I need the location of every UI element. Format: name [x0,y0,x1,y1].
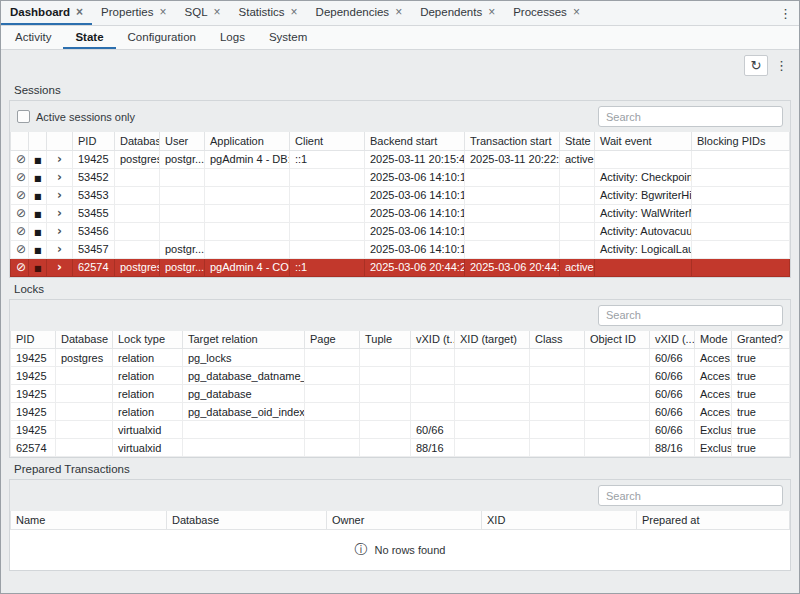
column-header: Wait event [595,132,692,150]
cancel-icon[interactable]: ⊘ [16,153,26,165]
cancel-icon[interactable]: ⊘ [16,207,26,219]
column-header: vXID (... [650,331,695,349]
cancel-icon[interactable]: ⊘ [16,189,26,201]
stop-icon[interactable]: ■ [34,157,42,165]
close-icon[interactable]: × [291,6,298,18]
table-cell: postgr... [160,240,205,258]
active-sessions-checkbox[interactable] [17,110,30,123]
close-icon[interactable]: × [76,6,83,18]
stop-icon[interactable]: ■ [34,211,42,219]
tab-dashboard[interactable]: Dashboard× [1,1,92,25]
table-row[interactable]: ⊘■›534532025-03-06 14:10:11 ..Activity: … [11,186,790,204]
table-row[interactable]: 19425relationpg_database60/66Acces...tru… [11,385,790,403]
prepared-search-input[interactable] [598,485,783,506]
table-cell: 2025-03-06 20:44:25 .. [465,258,560,276]
sessions-section: Sessions Active sessions only PIDDatabas… [9,84,791,278]
tab-label: Statistics [239,6,285,18]
column-header: Prepared at [637,511,790,529]
subtab-configuration[interactable]: Configuration [116,26,208,49]
tabbar-menu-button[interactable]: ⋮ [772,1,799,25]
table-row[interactable]: 19425postgresrelationpg_locks60/66Acces.… [11,349,790,367]
table-cell [115,204,160,222]
table-row[interactable]: 19425virtualxid60/6660/66Exclusi...true [11,421,790,439]
cancel-icon[interactable]: ⊘ [16,243,26,255]
chevron-right-icon[interactable]: › [57,261,62,273]
table-cell [290,168,365,186]
column-header: Class [530,331,585,349]
table-cell: 2025-03-06 14:10:11 .. [365,240,465,258]
close-icon[interactable]: × [395,6,402,18]
locks-search-input[interactable] [598,305,783,326]
subtab-logs[interactable]: Logs [208,26,257,49]
table-cell: virtualxid [113,421,183,439]
panel-menu-button[interactable]: ⋮ [772,58,791,73]
subtab-system[interactable]: System [257,26,319,49]
close-icon[interactable]: × [214,6,221,18]
chevron-right-icon[interactable]: › [57,171,62,183]
table-row[interactable]: ⊘■›19425postgrespostgr...pgAdmin 4 - DB:… [11,150,790,168]
stop-icon[interactable]: ■ [34,247,42,255]
tab-properties[interactable]: Properties× [92,1,175,25]
tab-sql[interactable]: SQL× [176,1,230,25]
row-action-cell: ⊘ [11,186,29,204]
pgadmin-dashboard-window: Dashboard×Properties×SQL×Statistics×Depe… [0,0,800,594]
stop-icon[interactable]: ■ [34,229,42,237]
refresh-button[interactable]: ↻ [744,55,768,76]
subtab-state[interactable]: State [63,26,115,49]
table-row[interactable]: 62574virtualxid88/1688/16Exclusi...true [11,439,790,457]
table-cell [585,439,650,457]
active-sessions-only-toggle[interactable]: Active sessions only [17,110,135,123]
tab-statistics[interactable]: Statistics× [230,1,307,25]
row-action-cell: › [47,240,73,258]
chevron-right-icon[interactable]: › [57,153,62,165]
table-row[interactable]: ⊘■›53457postgr...2025-03-06 14:10:11 ..A… [11,240,790,258]
column-header: XID (target) [455,331,530,349]
tab-label: Properties [101,6,153,18]
cancel-icon[interactable]: ⊘ [16,261,26,273]
column-header: Tuple [360,331,411,349]
tab-dependents[interactable]: Dependents× [411,1,504,25]
column-header: User [160,132,205,150]
chevron-right-icon[interactable]: › [57,225,62,237]
table-cell [530,439,585,457]
column-header: Mode [695,331,732,349]
table-row[interactable]: ⊘■›534562025-03-06 14:10:11 ..Activity: … [11,222,790,240]
table-cell: 60/66 [650,385,695,403]
close-icon[interactable]: × [573,6,580,18]
column-header: Lock type [113,331,183,349]
column-header: PID [11,331,56,349]
table-row[interactable]: 19425relationpg_database_datname_ind...6… [11,367,790,385]
table-row[interactable]: ⊘■›62574postgrespostgr...pgAdmin 4 - CON… [11,258,790,276]
document-tabs: Dashboard×Properties×SQL×Statistics×Depe… [1,1,589,25]
tab-dependencies[interactable]: Dependencies× [307,1,412,25]
close-icon[interactable]: × [488,6,495,18]
close-icon[interactable]: × [160,6,167,18]
chevron-right-icon[interactable]: › [57,189,62,201]
stop-icon[interactable]: ■ [34,175,42,183]
column-header: State [560,132,595,150]
empty-text: No rows found [375,544,446,556]
table-cell [56,385,113,403]
cancel-icon[interactable]: ⊘ [16,225,26,237]
tab-processes[interactable]: Processes× [504,1,589,25]
table-row[interactable]: ⊘■›534552025-03-06 14:10:11 ..Activity: … [11,204,790,222]
table-row[interactable]: 19425relationpg_database_oid_index60/66A… [11,403,790,421]
table-cell [115,240,160,258]
table-cell [455,421,530,439]
stop-icon[interactable]: ■ [34,265,42,273]
table-cell [595,150,692,168]
table-cell [465,186,560,204]
table-cell [56,367,113,385]
table-cell: postgr... [160,150,205,168]
chevron-right-icon[interactable]: › [57,207,62,219]
table-cell: pg_database_datname_ind... [183,367,305,385]
table-cell [530,421,585,439]
stop-icon[interactable]: ■ [34,193,42,201]
sessions-search-input[interactable] [598,106,783,127]
subtab-activity[interactable]: Activity [3,26,63,49]
table-row[interactable]: ⊘■›534522025-03-06 14:10:11 ..Activity: … [11,168,790,186]
table-cell: 53452 [73,168,115,186]
cancel-icon[interactable]: ⊘ [16,171,26,183]
chevron-right-icon[interactable]: › [57,243,62,255]
table-cell [360,421,411,439]
